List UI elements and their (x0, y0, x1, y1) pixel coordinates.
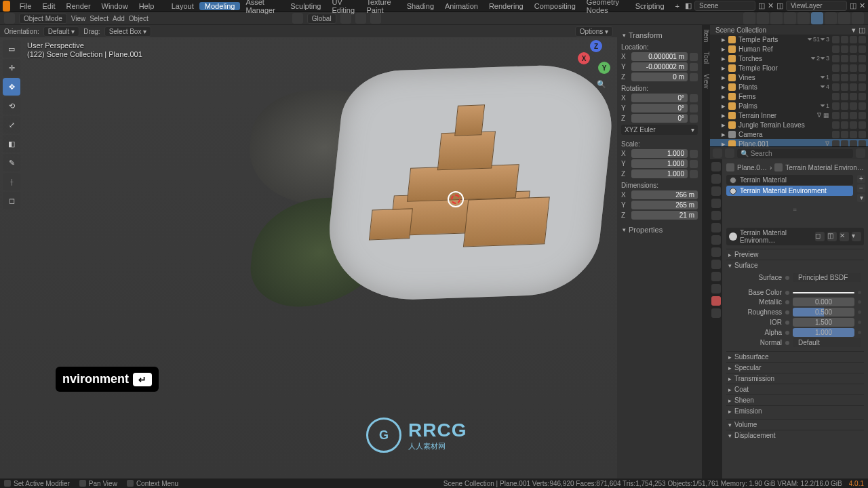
metallic-value[interactable]: 0.000 (793, 298, 854, 306)
orientation-dropdown[interactable]: Global (307, 14, 336, 24)
outliner-row[interactable]: ▸Jungle Terrain Leaves (710, 120, 868, 129)
outliner-row[interactable]: ▸Temple Floor (710, 63, 868, 73)
disable-icon[interactable] (859, 140, 866, 148)
gizmo-toggle-icon[interactable] (757, 12, 769, 24)
outliner-row[interactable]: ▸Camera (710, 129, 868, 139)
outliner-row[interactable]: ▸Ferns (710, 92, 868, 101)
prop-pin-icon[interactable] (725, 148, 734, 158)
exclude-icon[interactable] (832, 55, 840, 62)
exclude-icon[interactable] (832, 36, 840, 43)
solid-shading-icon[interactable] (811, 12, 823, 24)
rot-x[interactable]: 0° (631, 94, 688, 102)
base-color-swatch[interactable] (793, 292, 854, 293)
menu-render[interactable]: Render (60, 2, 96, 10)
exclude-icon[interactable] (832, 83, 840, 91)
surface-node-dot-icon[interactable] (785, 276, 789, 280)
disable-icon[interactable] (859, 55, 866, 62)
dim-z[interactable]: 21 m (631, 211, 698, 220)
tab-object-icon[interactable] (711, 223, 721, 232)
del-layer-icon[interactable]: ✕ (859, 1, 865, 10)
tab-view[interactable]: View (703, 74, 710, 89)
alpha-dot-icon[interactable] (785, 331, 789, 335)
proportional-icon[interactable] (370, 13, 381, 24)
disable-icon[interactable] (859, 121, 866, 129)
tab-output-icon[interactable] (711, 174, 721, 184)
drag-value[interactable]: Select Box ▾ (104, 26, 152, 37)
outliner-row[interactable]: ▸Temple Parts⏷51⏷3 (710, 35, 868, 44)
roughness-value[interactable]: 0.500 (793, 308, 854, 317)
rot-y-lock-icon[interactable] (690, 104, 698, 113)
hide-render-icon[interactable] (850, 74, 857, 81)
menu-edit[interactable]: Edit (37, 2, 61, 10)
ws-modeling[interactable]: Modeling (199, 2, 241, 10)
ws-shading[interactable]: Shading (401, 2, 439, 10)
acc-transmission[interactable]: Transmission (726, 373, 864, 384)
hide-render-icon[interactable] (850, 55, 857, 62)
disable-icon[interactable] (859, 102, 866, 110)
loc-z[interactable]: 0 m (631, 73, 688, 81)
gizmo-z-icon[interactable]: Z (590, 40, 602, 52)
hide-render-icon[interactable] (850, 140, 857, 148)
hide-viewport-icon[interactable] (841, 45, 848, 53)
bc-mat[interactable]: Terrain Material Environ… (785, 164, 864, 171)
ior-dot-icon[interactable] (785, 321, 789, 325)
hide-viewport-icon[interactable] (841, 55, 848, 62)
ws-add[interactable]: + (670, 2, 685, 10)
rotation-mode-dropdown[interactable]: XYZ Euler▾ (621, 125, 698, 135)
rot-z[interactable]: 0° (631, 114, 688, 123)
disable-icon[interactable] (859, 45, 866, 53)
menu-window[interactable]: Window (96, 2, 134, 10)
dim-x[interactable]: 266 m (631, 190, 698, 199)
material-slot-0[interactable]: Terrain Material (726, 175, 853, 185)
rendered-shading-icon[interactable] (838, 12, 850, 24)
hide-render-icon[interactable] (850, 36, 857, 43)
material-slot-1[interactable]: Terrain Material Environment (726, 186, 853, 196)
slot-add-icon[interactable]: + (857, 175, 865, 183)
disable-icon[interactable] (859, 93, 866, 100)
outliner-row[interactable]: ▸Terrain Inner∇ ▦ (710, 110, 868, 120)
scale-z[interactable]: 1.000 (631, 169, 688, 178)
tool-measure[interactable]: ⟊ (3, 173, 20, 190)
ws-geometry-nodes[interactable]: Geometry Nodes (581, 0, 630, 14)
menu-help[interactable]: Help (134, 2, 160, 10)
tab-particles-icon[interactable] (711, 247, 721, 257)
snap-icon[interactable] (355, 13, 366, 24)
properties-search[interactable]: 🔍 Search (737, 149, 853, 158)
outliner-row[interactable]: ▸Plants⏷4 (710, 82, 868, 92)
hide-viewport-icon[interactable] (841, 83, 848, 91)
prop-options-icon[interactable] (856, 148, 865, 158)
tab-scene-icon[interactable] (711, 199, 721, 208)
tool-rotate[interactable]: ⟲ (3, 97, 20, 115)
disable-icon[interactable] (859, 131, 866, 138)
ws-layout[interactable]: Layout (166, 2, 199, 10)
acc-preview[interactable]: Preview (726, 249, 864, 260)
alpha-value[interactable]: 1.000 (793, 328, 854, 337)
roughness-dot-icon[interactable] (785, 310, 789, 314)
disable-icon[interactable] (859, 83, 866, 91)
del-scene-icon[interactable]: ✕ (768, 1, 774, 10)
ws-rendering[interactable]: Rendering (484, 2, 529, 10)
ws-uv-editing[interactable]: UV Editing (326, 0, 361, 14)
tab-data-icon[interactable] (711, 284, 721, 293)
hdr-view[interactable]: View (71, 15, 86, 22)
ws-animation[interactable]: Animation (439, 2, 484, 10)
loc-y-lock-icon[interactable] (690, 63, 698, 71)
ws-scripting[interactable]: Scripting (630, 2, 670, 10)
matsel-pin-icon[interactable]: ▾ (852, 232, 861, 241)
loc-y[interactable]: -0.000002 m (631, 62, 688, 71)
tab-material-icon[interactable] (711, 296, 721, 306)
ws-sculpting[interactable]: Sculpting (285, 2, 326, 10)
tab-world-icon[interactable] (711, 211, 721, 220)
hdr-add[interactable]: Add (113, 15, 125, 22)
tab-constraints-icon[interactable] (711, 272, 721, 281)
metallic-dot-icon[interactable] (785, 300, 789, 304)
disable-icon[interactable] (859, 36, 866, 43)
mode-dropdown[interactable]: Object Mode (19, 14, 67, 24)
menu-file[interactable]: File (14, 2, 37, 10)
tab-item[interactable]: Item (703, 29, 710, 42)
acc-sheen[interactable]: Sheen (726, 394, 864, 405)
scale-z-lock-icon[interactable] (690, 170, 698, 178)
shading-options-icon[interactable] (852, 12, 864, 24)
exclude-icon[interactable] (832, 112, 840, 119)
normal-dot-icon[interactable] (785, 341, 789, 345)
